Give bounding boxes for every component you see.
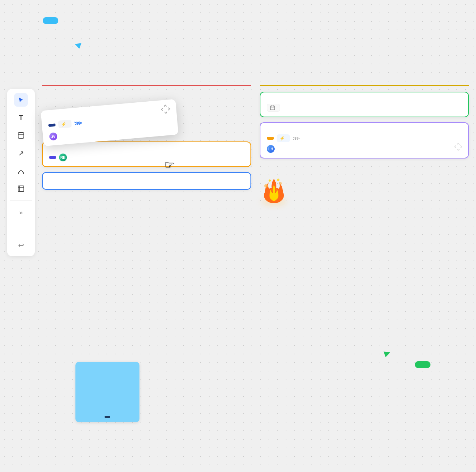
toolbar-arrow[interactable]: ↗ bbox=[14, 146, 28, 160]
priority-chevron: ⋙ bbox=[293, 135, 300, 141]
toolbar-more[interactable]: » bbox=[14, 206, 28, 219]
raymon-arrow-icon: ◀ bbox=[383, 348, 392, 359]
raymon-user-label bbox=[415, 361, 430, 368]
columns-container: RB bbox=[42, 76, 469, 205]
tony-arrow-icon: ◀ bbox=[73, 39, 82, 50]
badge-id-be1819: ⚡ bbox=[277, 134, 290, 142]
avatar-lexi: LH bbox=[267, 145, 275, 153]
date-chip bbox=[267, 104, 280, 112]
sprint-card bbox=[75, 362, 139, 422]
card-marketing[interactable] bbox=[42, 172, 251, 190]
badge-android bbox=[49, 156, 56, 159]
badge-todo bbox=[48, 123, 56, 127]
inprogress-line bbox=[260, 85, 469, 86]
toolbar-text[interactable]: T bbox=[14, 111, 28, 124]
card-financial-assignee-row: LH bbox=[267, 145, 462, 153]
drag-arrows-financial bbox=[454, 143, 462, 153]
tony-user-label bbox=[43, 17, 58, 24]
drag-arrows-dragged bbox=[160, 104, 171, 116]
card-sign-in-footer: RB bbox=[49, 154, 244, 161]
lightning-icon-drag: ⚡ bbox=[61, 122, 67, 127]
svg-point-3 bbox=[23, 172, 24, 174]
avatar-jules: JV bbox=[49, 132, 58, 141]
lightning-icon: ⚡ bbox=[280, 136, 285, 141]
card-sign-in-assignee: RB bbox=[59, 154, 69, 161]
calendar-icon bbox=[270, 105, 275, 110]
badge-inprogress bbox=[267, 137, 274, 140]
sprint-badge bbox=[105, 416, 110, 418]
svg-point-15 bbox=[277, 179, 280, 181]
dragged-card-assignee: JV bbox=[49, 132, 60, 140]
svg-rect-7 bbox=[270, 106, 275, 110]
card-sign-in[interactable]: RB bbox=[42, 141, 251, 167]
card-financial-assignee: LH bbox=[267, 145, 277, 153]
svg-rect-0 bbox=[18, 133, 24, 138]
add-card-button[interactable] bbox=[260, 163, 469, 166]
fire-icon bbox=[260, 173, 288, 205]
badge-id-be1723: ⚡ bbox=[58, 119, 72, 128]
toolbar-frame[interactable] bbox=[14, 182, 28, 195]
inprogress-header bbox=[260, 76, 469, 79]
backlog-header bbox=[42, 76, 251, 79]
column-inprogress: ⚡ ⋙ LH bbox=[260, 76, 469, 205]
toolbar-sticky[interactable] bbox=[14, 129, 28, 142]
toolbar: T ↗ » ↩ bbox=[7, 89, 35, 256]
fire-section bbox=[260, 173, 469, 205]
svg-point-2 bbox=[18, 172, 19, 174]
card-transaction-footer bbox=[267, 104, 462, 112]
svg-point-14 bbox=[269, 179, 271, 182]
card-financial-footer: ⚡ ⋙ bbox=[267, 134, 462, 142]
backlog-line bbox=[42, 85, 251, 86]
svg-rect-4 bbox=[18, 186, 24, 192]
svg-point-12 bbox=[264, 184, 268, 188]
avatar-rue: RB bbox=[59, 154, 67, 161]
toolbar-cursor[interactable] bbox=[14, 93, 28, 107]
toolbar-undo[interactable]: ↩ bbox=[14, 238, 28, 252]
toolbar-divider bbox=[10, 200, 32, 201]
drag-cursor: ☞ bbox=[164, 158, 175, 172]
card-transaction[interactable] bbox=[260, 92, 469, 117]
toolbar-arc[interactable] bbox=[14, 164, 28, 178]
svg-point-13 bbox=[279, 182, 282, 185]
card-financial[interactable]: ⚡ ⋙ LH bbox=[260, 122, 469, 159]
priority-chevron-drag: ⋙ bbox=[74, 119, 83, 127]
